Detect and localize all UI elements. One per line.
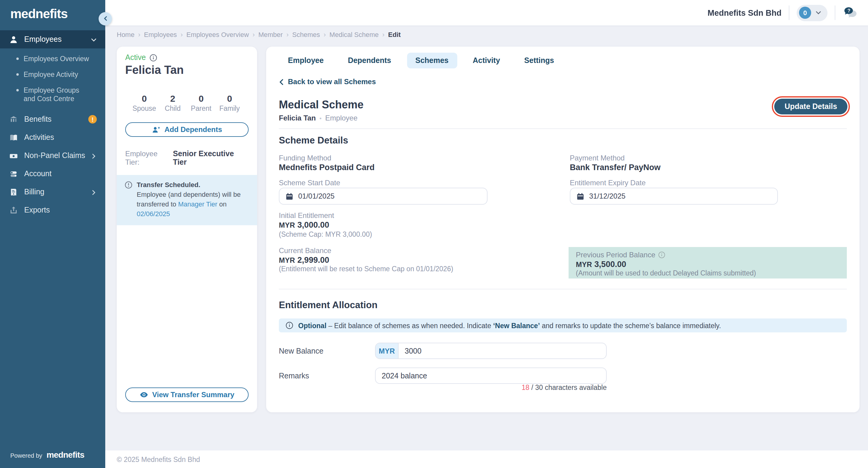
previous-balance-value: MYR3,500.00 (576, 260, 840, 269)
sidebar-item-employees[interactable]: Employees (0, 30, 105, 49)
sidebar-item-exports[interactable]: Exports (0, 201, 105, 219)
brand-logo: mednefits (0, 0, 105, 25)
view-transfer-summary-label: View Transfer Summary (152, 390, 235, 399)
expiry-date-input[interactable]: 31/12/2025 (570, 188, 778, 205)
bullet-icon (16, 73, 19, 76)
sidebar-item-billing[interactable]: $ Billing (0, 183, 105, 201)
svg-text:$: $ (13, 192, 14, 195)
back-link-label: Back to view all Schemes (288, 78, 376, 86)
initial-entitlement-note: (Scheme Cap: MYR 3,000.00) (279, 231, 372, 238)
help-icon[interactable]: ? (843, 5, 858, 20)
manager-tier-link[interactable]: Manager Tier (178, 200, 217, 208)
sidebar-item-employee-groups[interactable]: Employee Groups and Cost Centre (0, 82, 105, 107)
topbar: Mednefits Sdn Bhd 0 ? (105, 0, 868, 25)
chars-rest: / 30 characters available (531, 384, 607, 391)
breadcrumb-employees-overview[interactable]: Employees Overview (186, 31, 249, 38)
transfer-date-link[interactable]: 02/06/2025 (137, 210, 170, 217)
sidebar-item-label: Non-Panel Claims (24, 151, 91, 160)
stat-value: 2 (158, 93, 187, 104)
sidebar-collapse-button[interactable] (99, 12, 112, 25)
breadcrumb-home[interactable]: Home (117, 31, 134, 38)
status-badge: Active (125, 53, 146, 62)
sidebar-item-label: Activities (24, 133, 97, 142)
employees-submenu: Employees Overview Employee Activity Emp… (0, 49, 105, 110)
breadcrumb-separator: › (138, 31, 140, 38)
breadcrumb-separator: › (382, 31, 384, 38)
divider (279, 289, 847, 289)
sidebar-item-non-panel-claims[interactable]: Non-Panel Claims (0, 147, 105, 165)
previous-balance-label: Previous Period Balance (576, 251, 655, 259)
info-quote: ‘New Balance’ (493, 322, 540, 329)
start-date-input[interactable]: 01/01/2025 (279, 188, 488, 205)
copyright-text: © 2025 Mednefits Sdn Bhd (117, 456, 200, 463)
info-icon[interactable] (658, 251, 666, 259)
breadcrumb-separator: › (286, 31, 288, 38)
chevron-left-icon (279, 79, 284, 85)
sidebar-item-employee-activity[interactable]: Employee Activity (0, 67, 105, 82)
update-details-button[interactable]: Update Details (774, 99, 847, 114)
employee-name: Felicia Tan (125, 64, 249, 77)
funding-method-value: Mednefits Postpaid Card (279, 163, 375, 172)
sidebar-item-employees-overview[interactable]: Employees Overview (0, 51, 105, 67)
new-balance-field: MYR (375, 343, 607, 359)
transfer-notice: Transfer Scheduled. Employee (and depend… (117, 175, 257, 225)
info-icon[interactable] (149, 54, 157, 61)
view-transfer-summary-button[interactable]: View Transfer Summary (125, 387, 249, 402)
tab-dependents[interactable]: Dependents (339, 53, 400, 68)
scheme-detail-card: Employee Dependents Schemes Activity Set… (266, 47, 860, 412)
sidebar-subitem-label: Employee Groups and Cost Centre (24, 86, 91, 103)
scheme-title: Medical Scheme (279, 99, 364, 111)
user-menu-button[interactable]: 0 (797, 4, 828, 21)
chars-used: 18 (522, 384, 530, 391)
entitlement-allocation-heading: Entitlement Allocation (279, 300, 377, 311)
sidebar: mednefits Employees Employees Overview (0, 0, 105, 468)
stat-parent: 0 Parent (187, 93, 215, 112)
bank-icon (8, 114, 18, 124)
topbar-divider (835, 5, 835, 20)
add-dependents-button[interactable]: Add Dependents (125, 122, 249, 137)
character-counter: 18 / 30 characters available (375, 384, 607, 391)
back-to-schemes-link[interactable]: Back to view all Schemes (279, 78, 376, 86)
book-icon (8, 133, 18, 142)
breadcrumb-schemes[interactable]: Schemes (292, 31, 320, 38)
bullet-icon (16, 58, 19, 60)
previous-period-balance-panel: Previous Period Balance MYR3,500.00 (Amo… (568, 247, 847, 279)
tier-value: Senior Executive Tier (173, 150, 249, 167)
chevron-down-icon (815, 10, 822, 16)
sidebar-nav: Employees Employees Overview Employee Ac… (0, 30, 105, 219)
page-footer: © 2025 Mednefits Sdn Bhd (105, 450, 868, 468)
breadcrumb: Home › Employees › Employees Overview › … (105, 25, 868, 38)
current-balance-value: MYR2,999.00 (279, 256, 329, 265)
currency-code: MYR (576, 260, 592, 269)
breadcrumb-member[interactable]: Member (258, 31, 283, 38)
sidebar-item-account[interactable]: Account (0, 165, 105, 183)
sidebar-item-benefits[interactable]: Benefits ! (0, 110, 105, 128)
breadcrumb-medical-scheme[interactable]: Medical Scheme (329, 31, 379, 38)
stat-label: Child (158, 105, 187, 112)
breadcrumb-employees[interactable]: Employees (144, 31, 177, 38)
person-plus-icon (152, 126, 160, 134)
stat-spouse: 0 Spouse (130, 93, 158, 112)
remarks-label: Remarks (279, 372, 309, 380)
transfer-notice-text: Transfer Scheduled. Employee (and depend… (137, 180, 250, 219)
breadcrumb-separator: › (323, 31, 326, 38)
avatar: 0 (799, 7, 811, 19)
tab-activity[interactable]: Activity (464, 53, 508, 68)
sidebar-subitem-label: Employee Activity (24, 70, 78, 79)
tab-settings[interactable]: Settings (516, 53, 562, 68)
amount: 2,999.00 (297, 256, 329, 265)
current-balance-label: Current Balance (279, 246, 331, 255)
start-date-value: 01/01/2025 (298, 192, 335, 200)
svg-text:?: ? (847, 8, 850, 13)
allocation-info-text: Optional – Edit balance of schemes as wh… (298, 322, 721, 329)
tab-schemes[interactable]: Schemes (407, 53, 457, 68)
remarks-input[interactable] (376, 368, 606, 383)
sidebar-item-label: Billing (24, 188, 91, 196)
tab-employee[interactable]: Employee (279, 53, 332, 68)
topbar-divider (789, 5, 789, 20)
sidebar-item-activities[interactable]: Activities (0, 128, 105, 147)
new-balance-label: New Balance (279, 347, 323, 355)
chevron-right-icon (91, 189, 97, 195)
new-balance-input[interactable] (399, 343, 606, 358)
sidebar-spacer (0, 219, 105, 450)
